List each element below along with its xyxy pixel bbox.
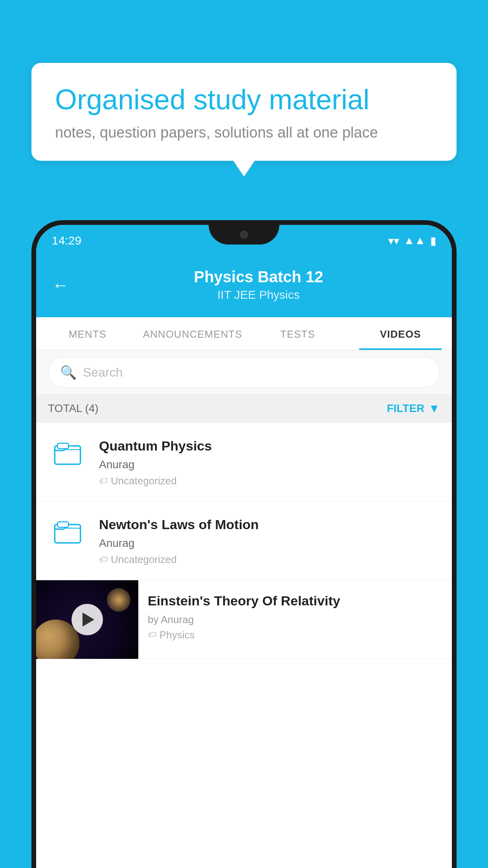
- video-author: by Anurag: [148, 614, 442, 626]
- speech-bubble: Organised study material notes, question…: [31, 63, 457, 161]
- total-count: TOTAL (4): [48, 402, 99, 415]
- filter-button[interactable]: FILTER ▼: [387, 402, 440, 415]
- batch-title: Physics Batch 12: [81, 268, 436, 286]
- bubble-subtitle: notes, question papers, solutions all at…: [55, 124, 433, 141]
- search-icon: 🔍: [60, 364, 77, 380]
- filter-icon: ▼: [428, 402, 440, 415]
- tag-icon: 🏷: [99, 476, 108, 486]
- video-tag: 🏷 Physics: [148, 629, 442, 641]
- video-tag: 🏷 Uncategorized: [99, 475, 440, 487]
- status-icons: ▾▾ ▲▲ ▮: [388, 234, 436, 247]
- svg-rect-5: [57, 522, 68, 528]
- filter-row: TOTAL (4) FILTER ▼: [36, 394, 452, 423]
- list-item[interactable]: Newton's Laws of Motion Anurag 🏷 Uncateg…: [36, 502, 452, 580]
- video-author: Anurag: [99, 537, 440, 550]
- list-item[interactable]: Einstein's Theory Of Relativity by Anura…: [36, 580, 452, 659]
- video-info: Quantum Physics Anurag 🏷 Uncategorized: [99, 437, 440, 487]
- filter-label: FILTER: [387, 402, 424, 415]
- status-time: 14:29: [52, 234, 81, 247]
- folder-icon-wrap: [48, 440, 87, 467]
- notch: [209, 225, 279, 245]
- batch-subtitle: IIT JEE Physics: [81, 288, 436, 302]
- tag-label: Uncategorized: [111, 475, 177, 487]
- folder-icon-wrap: [48, 518, 87, 546]
- battery-icon: ▮: [430, 234, 436, 247]
- phone-screen: 14:29 ▾▾ ▲▲ ▮ ← Physics Batch 12 IIT JEE…: [36, 225, 452, 868]
- tag-label: Uncategorized: [111, 554, 177, 566]
- status-bar: 14:29 ▾▾ ▲▲ ▮: [36, 225, 452, 256]
- app-bar: ← Physics Batch 12 IIT JEE Physics: [36, 256, 452, 317]
- wifi-icon: ▾▾: [388, 234, 399, 247]
- tab-announcements[interactable]: ANNOUNCEMENTS: [139, 317, 246, 350]
- tag-icon: 🏷: [148, 630, 156, 640]
- video-title: Quantum Physics: [99, 437, 440, 454]
- tab-videos[interactable]: VIDEOS: [349, 317, 452, 350]
- video-title: Einstein's Theory Of Relativity: [148, 592, 442, 609]
- tag-icon: 🏷: [99, 555, 108, 565]
- search-bar[interactable]: 🔍 Search: [48, 357, 440, 388]
- video-author: Anurag: [99, 458, 440, 471]
- bubble-title: Organised study material: [55, 83, 433, 116]
- video-list: Quantum Physics Anurag 🏷 Uncategorized: [36, 423, 452, 659]
- front-camera: [240, 231, 248, 239]
- tab-bar: MENTS ANNOUNCEMENTS TESTS VIDEOS: [36, 317, 452, 351]
- tab-tests[interactable]: TESTS: [246, 317, 349, 350]
- video-info: Newton's Laws of Motion Anurag 🏷 Uncateg…: [99, 516, 440, 566]
- list-item[interactable]: Quantum Physics Anurag 🏷 Uncategorized: [36, 423, 452, 502]
- video-title: Newton's Laws of Motion: [99, 516, 440, 533]
- search-container: 🔍 Search: [36, 351, 452, 394]
- glow-decoration: [107, 588, 130, 612]
- folder-icon: [54, 518, 81, 546]
- phone-frame: 14:29 ▾▾ ▲▲ ▮ ← Physics Batch 12 IIT JEE…: [31, 220, 457, 868]
- signal-icon: ▲▲: [404, 234, 426, 247]
- folder-icon: [54, 440, 81, 467]
- tag-label: Physics: [160, 629, 195, 641]
- tab-ments[interactable]: MENTS: [36, 317, 139, 350]
- play-triangle-icon: [83, 612, 94, 627]
- video-thumbnail: [36, 580, 138, 659]
- search-placeholder: Search: [83, 365, 123, 380]
- play-button[interactable]: [72, 604, 103, 635]
- back-button[interactable]: ←: [52, 275, 69, 295]
- video-tag: 🏷 Uncategorized: [99, 554, 440, 566]
- video-info: Einstein's Theory Of Relativity by Anura…: [138, 580, 452, 653]
- app-bar-title: Physics Batch 12 IIT JEE Physics: [81, 268, 436, 302]
- svg-rect-2: [57, 443, 68, 449]
